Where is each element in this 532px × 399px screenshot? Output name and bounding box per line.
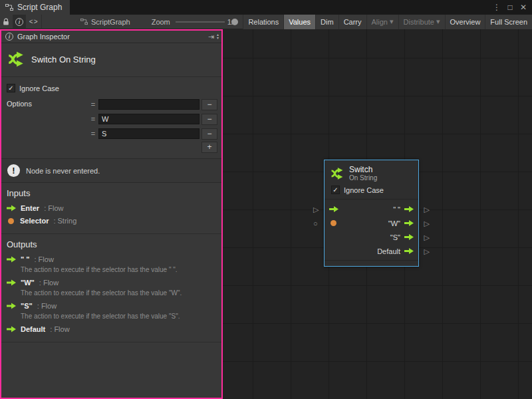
maximize-icon[interactable]: □ bbox=[504, 3, 516, 12]
node-port-row: Default ▷ bbox=[325, 244, 418, 258]
edit-source-button[interactable]: <> bbox=[26, 15, 42, 29]
toolbar-buttons: Relations Values Dim Carry Align▾ Distri… bbox=[243, 15, 532, 29]
switch-on-string-node[interactable]: Switch On String ✓ Ignore Case ▷ " " bbox=[324, 160, 419, 267]
options-block: Options = − = − = − bbox=[1, 95, 221, 158]
port-type: : Flow bbox=[37, 302, 57, 310]
port-description: The action to execute if the selector ha… bbox=[21, 289, 216, 297]
port-type: : Flow bbox=[44, 204, 63, 212]
graph-breadcrumb[interactable]: ScriptGraph bbox=[80, 18, 130, 26]
relations-label: Relations bbox=[248, 18, 279, 26]
remove-option-button[interactable]: − bbox=[201, 99, 217, 110]
graph-canvas[interactable]: Switch On String ✓ Ignore Case ▷ " " bbox=[223, 29, 532, 399]
flow-output-port-icon[interactable] bbox=[404, 220, 414, 227]
full-screen-button[interactable]: Full Screen bbox=[485, 15, 532, 29]
output-port-label: "W" bbox=[388, 219, 400, 227]
scroll-spinner[interactable]: ▴ ▾ bbox=[217, 33, 219, 40]
content-area: i Graph Inspector ⇥ ▴ ▾ Switch On bbox=[0, 29, 532, 399]
warning-icon: ! bbox=[7, 164, 20, 177]
output-port-row: "W" : Flow bbox=[7, 279, 216, 287]
flow-output-connector-icon[interactable]: ▷ bbox=[424, 205, 430, 213]
code-icon: <> bbox=[29, 18, 39, 25]
flow-output-connector-icon[interactable]: ▷ bbox=[424, 219, 430, 227]
input-port-row: Enter : Flow bbox=[7, 204, 216, 212]
dock-icon[interactable]: ⇥ bbox=[208, 33, 214, 41]
zoom-slider[interactable] bbox=[176, 18, 225, 26]
values-button[interactable]: Values bbox=[283, 15, 315, 29]
dim-button[interactable]: Dim bbox=[315, 15, 338, 29]
lock-icon bbox=[3, 18, 9, 26]
port-type: : String bbox=[53, 217, 76, 225]
value-input-connector-icon[interactable]: ○ bbox=[313, 219, 318, 227]
drag-handle-icon[interactable]: = bbox=[88, 115, 98, 123]
port-description: The action to execute if the selector ha… bbox=[21, 266, 216, 273]
graph-asset-icon bbox=[80, 18, 88, 25]
zoom-slider-track bbox=[176, 21, 225, 23]
flow-port-icon bbox=[7, 279, 16, 286]
window-controls: ⋮ □ ✕ bbox=[491, 0, 532, 15]
option-input[interactable] bbox=[98, 99, 200, 110]
values-label: Values bbox=[289, 18, 311, 26]
port-type: : Flow bbox=[50, 325, 69, 333]
unity-visual-scripting-window: Script Graph ⋮ □ ✕ i <> ScriptGraph Zoom… bbox=[0, 0, 532, 399]
inspector-title: Graph Inspector bbox=[17, 33, 70, 41]
align-button[interactable]: Align▾ bbox=[366, 15, 398, 29]
options-label: Options bbox=[7, 98, 88, 153]
node-port-row: ▷ " " ▷ bbox=[325, 202, 418, 216]
distribute-button[interactable]: Distribute▾ bbox=[398, 15, 445, 29]
flow-output-port-icon[interactable] bbox=[404, 206, 414, 213]
flow-port-icon bbox=[7, 303, 16, 309]
flow-input-connector-icon[interactable]: ▷ bbox=[313, 205, 319, 213]
info-icon: i bbox=[15, 18, 23, 26]
ignore-case-checkbox[interactable]: ✓ bbox=[331, 186, 340, 194]
carry-label: Carry bbox=[344, 18, 362, 26]
node-title: Switch bbox=[349, 165, 377, 174]
drag-handle-icon[interactable]: = bbox=[88, 130, 98, 138]
value-port-icon bbox=[8, 218, 14, 224]
flow-input-port-icon[interactable] bbox=[329, 206, 338, 213]
flow-output-port-icon[interactable] bbox=[404, 248, 414, 255]
node-ignore-case-row: ✓ Ignore Case bbox=[325, 184, 418, 200]
node-port-row: "S" ▷ bbox=[325, 230, 418, 244]
inspector-toggle-button[interactable]: i bbox=[13, 15, 27, 29]
node-subtitle: On String bbox=[349, 174, 377, 182]
node-title-block: Switch On String bbox=[1, 43, 221, 77]
flow-output-port-icon[interactable] bbox=[404, 234, 414, 241]
lock-button[interactable] bbox=[0, 15, 13, 29]
spin-down-icon: ▾ bbox=[217, 37, 219, 40]
add-option-button[interactable]: + bbox=[201, 142, 217, 153]
inspector-node-title: Switch On String bbox=[31, 55, 96, 65]
option-row: = − bbox=[88, 127, 217, 140]
remove-option-button[interactable]: − bbox=[201, 114, 217, 125]
overview-button[interactable]: Overview bbox=[445, 15, 485, 29]
add-option-row: + bbox=[88, 142, 217, 153]
zoom-slider-thumb[interactable] bbox=[231, 19, 238, 25]
chevron-down-icon: ▾ bbox=[390, 17, 394, 26]
output-port-row: " " : Flow bbox=[7, 255, 216, 263]
port-type: : Flow bbox=[35, 255, 54, 263]
tab-title: Script Graph bbox=[17, 3, 62, 12]
relations-button[interactable]: Relations bbox=[243, 15, 283, 29]
remove-option-button[interactable]: − bbox=[201, 128, 217, 140]
node-port-row: ○ "W" ▷ bbox=[325, 216, 418, 230]
port-name: "W" bbox=[21, 279, 35, 287]
zoom-label: Zoom bbox=[152, 18, 170, 26]
flow-port-icon bbox=[7, 326, 16, 332]
more-menu-icon[interactable]: ⋮ bbox=[491, 3, 503, 12]
flow-output-connector-icon[interactable]: ▷ bbox=[424, 233, 430, 241]
ignore-case-checkbox[interactable]: ✓ bbox=[7, 84, 15, 92]
drag-handle-icon[interactable]: = bbox=[88, 100, 98, 108]
outputs-section: Outputs " " : Flow The action to execute… bbox=[1, 234, 221, 342]
carry-button[interactable]: Carry bbox=[338, 15, 366, 29]
output-port-label: " " bbox=[393, 205, 400, 213]
ignore-case-row: ✓ Ignore Case bbox=[1, 77, 221, 95]
option-input[interactable] bbox=[98, 114, 200, 124]
dim-label: Dim bbox=[321, 18, 334, 26]
overview-label: Overview bbox=[450, 18, 481, 26]
port-name: Enter bbox=[21, 204, 39, 212]
tab-script-graph[interactable]: Script Graph bbox=[0, 0, 70, 15]
flow-output-connector-icon[interactable]: ▷ bbox=[424, 247, 430, 255]
titlebar: Script Graph ⋮ □ ✕ bbox=[0, 0, 532, 15]
close-icon[interactable]: ✕ bbox=[517, 3, 529, 12]
selector-input-port-icon[interactable] bbox=[331, 220, 336, 226]
option-input[interactable] bbox=[98, 128, 200, 139]
